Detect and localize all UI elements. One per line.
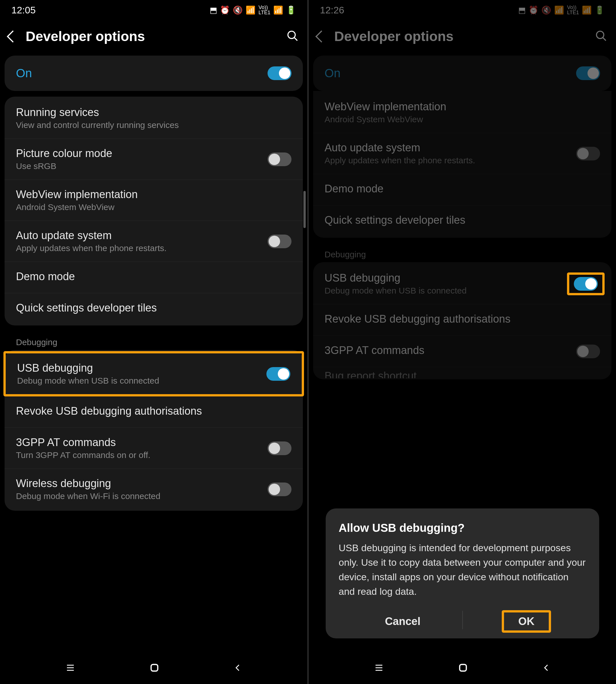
wifi-icon: 📶 (246, 5, 256, 15)
nav-home[interactable] (149, 662, 160, 675)
settings-row[interactable]: Wireless debuggingDebug mode when Wi-Fi … (4, 469, 303, 510)
master-toggle[interactable] (576, 66, 600, 80)
row-toggle[interactable] (267, 235, 291, 248)
dialog-ok-button[interactable]: OK (502, 610, 551, 633)
back-button[interactable] (7, 30, 19, 42)
row-title: Auto update system (16, 230, 262, 242)
row-subtitle: View and control currently running servi… (16, 120, 291, 130)
master-toggle[interactable] (267, 66, 291, 80)
row-subtitle: Android System WebView (325, 114, 600, 124)
row-subtitle: Android System WebView (16, 202, 291, 212)
wifi-icon: 📶 (554, 5, 564, 15)
master-label: On (325, 66, 340, 80)
settings-row[interactable]: Bug report shortcut (313, 367, 612, 378)
settings-row[interactable]: Running servicesView and control current… (4, 98, 303, 138)
row-title: Running services (16, 106, 291, 119)
settings-row[interactable]: WebView implementationAndroid System Web… (313, 92, 612, 133)
row-text: Demo mode (16, 271, 291, 284)
nav-recent[interactable] (374, 663, 384, 674)
settings-row[interactable]: Auto update systemApply updates when the… (4, 220, 303, 262)
row-text: Revoke USB debugging authorisations (325, 313, 600, 327)
notification-icon: ⬒ (518, 5, 526, 15)
back-button[interactable] (315, 30, 327, 42)
row-title: Quick settings developer tiles (325, 214, 600, 226)
settings-row[interactable]: USB debuggingDebug mode when USB is conn… (6, 354, 302, 394)
row-toggle[interactable] (267, 483, 291, 496)
settings-row[interactable]: Revoke USB debugging authorisations (313, 304, 612, 336)
nav-home[interactable] (457, 662, 469, 675)
status-icons: ⬒ ⏰ 🔇 📶 Vo))LTE1 📶 🔋 (518, 5, 604, 15)
status-icons: ⬒ ⏰ 🔇 📶 Vo))LTE1 📶 🔋 (210, 5, 296, 15)
row-title: Revoke USB debugging authorisations (16, 405, 291, 417)
battery-icon: 🔋 (595, 5, 604, 15)
row-title: 3GPP AT commands (325, 344, 570, 357)
settings-row[interactable]: Quick settings developer tiles (4, 293, 303, 324)
row-title: Auto update system (325, 142, 570, 154)
svg-rect-5 (151, 664, 158, 671)
dialog-body: USB debugging is intended for developmen… (339, 541, 586, 599)
settings-row[interactable]: Revoke USB debugging authorisations (4, 397, 303, 427)
row-title: Quick settings developer tiles (16, 302, 291, 314)
row-toggle[interactable] (266, 367, 290, 381)
settings-row[interactable]: 3GPP AT commandsTurn 3GPP AT commands on… (4, 427, 303, 469)
row-text: WebView implementationAndroid System Web… (16, 188, 291, 212)
nav-recent[interactable] (65, 663, 75, 674)
dialog-actions: Cancel OK (339, 607, 586, 633)
mute-icon: 🔇 (541, 5, 551, 15)
settings-row[interactable]: 3GPP AT commands (313, 336, 612, 367)
row-toggle[interactable] (574, 277, 598, 291)
row-subtitle: Debug mode when USB is connected (325, 286, 566, 296)
toggle-highlight (567, 273, 604, 295)
row-subtitle: Apply updates when the phone restarts. (325, 156, 570, 165)
row-text: Revoke USB debugging authorisations (16, 405, 291, 419)
header: Developer options (0, 20, 307, 56)
row-title: Picture colour mode (16, 147, 262, 159)
status-time: 12:05 (12, 4, 36, 16)
row-subtitle: Use sRGB (16, 161, 262, 171)
row-title: Revoke USB debugging authorisations (325, 313, 600, 325)
status-bar: 12:05 ⬒ ⏰ 🔇 📶 Vo))LTE1 📶 🔋 (0, 0, 307, 20)
nav-back[interactable] (542, 663, 551, 673)
network-label: Vo))LTE1 (567, 5, 579, 15)
row-title: WebView implementation (16, 188, 291, 201)
svg-line-1 (294, 37, 298, 41)
row-text: 3GPP AT commands (325, 344, 570, 358)
row-text: Auto update systemApply updates when the… (325, 142, 570, 165)
settings-row[interactable]: USB debuggingDebug mode when USB is conn… (313, 263, 612, 304)
settings-row[interactable]: Quick settings developer tiles (313, 205, 612, 237)
battery-icon: 🔋 (286, 5, 296, 15)
search-button[interactable] (286, 30, 299, 43)
scrollbar-thumb[interactable] (304, 191, 306, 228)
section-label-debugging: Debugging (4, 331, 303, 350)
usb-debugging-dialog: Allow USB debugging? USB debugging is in… (326, 509, 599, 638)
settings-card-1: Running servicesView and control current… (4, 97, 303, 325)
master-label: On (16, 66, 32, 80)
nav-back[interactable] (234, 663, 242, 673)
svg-point-6 (597, 31, 604, 39)
row-toggle[interactable] (267, 442, 291, 455)
master-card: On (4, 56, 303, 91)
row-toggle[interactable] (267, 152, 291, 166)
master-card: On (313, 56, 612, 91)
row-toggle[interactable] (576, 345, 600, 358)
search-button[interactable] (595, 30, 608, 43)
nav-bar (0, 653, 307, 684)
row-toggle[interactable] (576, 147, 600, 161)
row-text: USB debuggingDebug mode when USB is conn… (17, 362, 261, 386)
nav-bar (309, 653, 616, 684)
master-toggle-row[interactable]: On (4, 57, 303, 90)
settings-row[interactable]: Auto update systemApply updates when the… (313, 133, 612, 174)
settings-card-2: USB debuggingDebug mode when USB is conn… (313, 262, 612, 379)
row-text: WebView implementationAndroid System Web… (325, 101, 600, 124)
alarm-icon: ⏰ (529, 5, 538, 15)
settings-card-1: WebView implementationAndroid System Web… (313, 91, 612, 238)
dialog-cancel-button[interactable]: Cancel (374, 610, 432, 633)
settings-row[interactable]: Demo mode (313, 174, 612, 205)
settings-row[interactable]: WebView implementationAndroid System Web… (4, 179, 303, 220)
row-title: USB debugging (17, 362, 261, 374)
settings-row[interactable]: Picture colour modeUse sRGB (4, 138, 303, 179)
dialog-title: Allow USB debugging? (339, 521, 586, 534)
row-title: Demo mode (325, 183, 600, 195)
settings-row[interactable]: Demo mode (4, 262, 303, 293)
master-toggle-row[interactable]: On (313, 57, 612, 90)
